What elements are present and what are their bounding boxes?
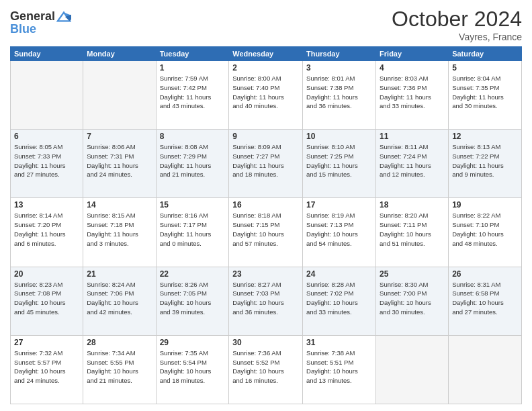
location: Vayres, France	[392, 32, 522, 42]
calendar-day-cell: 17Sunrise: 8:19 AM Sunset: 7:13 PM Dayli…	[303, 198, 376, 267]
calendar-header-tuesday: Tuesday	[156, 47, 229, 61]
calendar-day-cell: 27Sunrise: 7:32 AM Sunset: 5:57 PM Dayli…	[11, 335, 83, 404]
calendar-header-saturday: Saturday	[449, 47, 522, 61]
day-info: Sunrise: 8:09 AM Sunset: 7:27 PM Dayligh…	[232, 142, 299, 179]
day-number: 4	[380, 63, 445, 73]
day-info: Sunrise: 8:31 AM Sunset: 6:58 PM Dayligh…	[452, 280, 518, 317]
calendar-day-cell: 26Sunrise: 8:31 AM Sunset: 6:58 PM Dayli…	[449, 267, 522, 335]
calendar-day-cell: 29Sunrise: 7:35 AM Sunset: 5:54 PM Dayli…	[156, 335, 229, 404]
day-number: 19	[452, 200, 518, 210]
calendar-header-wednesday: Wednesday	[229, 47, 303, 61]
day-number: 14	[87, 200, 152, 210]
day-number: 1	[160, 63, 226, 73]
calendar-day-cell: 5Sunrise: 8:04 AM Sunset: 7:35 PM Daylig…	[449, 61, 522, 130]
calendar-day-cell: 28Sunrise: 7:34 AM Sunset: 5:55 PM Dayli…	[83, 335, 156, 404]
day-number: 7	[87, 132, 152, 141]
day-number: 16	[232, 200, 299, 210]
calendar-day-cell: 15Sunrise: 8:16 AM Sunset: 7:17 PM Dayli…	[156, 198, 229, 267]
calendar-week-row: 6Sunrise: 8:05 AM Sunset: 7:33 PM Daylig…	[11, 130, 522, 198]
calendar-day-cell: 16Sunrise: 8:18 AM Sunset: 7:15 PM Dayli…	[229, 198, 303, 267]
calendar-day-cell: 25Sunrise: 8:30 AM Sunset: 7:00 PM Dayli…	[376, 267, 449, 335]
calendar-day-cell: 23Sunrise: 8:27 AM Sunset: 7:03 PM Dayli…	[229, 267, 303, 335]
calendar-day-cell: 3Sunrise: 8:01 AM Sunset: 7:38 PM Daylig…	[303, 61, 376, 130]
calendar-week-row: 13Sunrise: 8:14 AM Sunset: 7:20 PM Dayli…	[11, 198, 522, 267]
calendar-day-cell: 10Sunrise: 8:10 AM Sunset: 7:25 PM Dayli…	[303, 130, 376, 198]
calendar-day-cell: 24Sunrise: 8:28 AM Sunset: 7:02 PM Dayli…	[303, 267, 376, 335]
calendar-day-cell: 18Sunrise: 8:20 AM Sunset: 7:11 PM Dayli…	[376, 198, 449, 267]
logo-text-blue: Blue	[10, 23, 71, 36]
calendar-header-thursday: Thursday	[303, 47, 376, 61]
day-info: Sunrise: 8:05 AM Sunset: 7:33 PM Dayligh…	[14, 142, 79, 179]
day-info: Sunrise: 8:16 AM Sunset: 7:17 PM Dayligh…	[160, 211, 226, 248]
page: General Blue October 2024 Vayres, France…	[0, 0, 532, 411]
calendar-day-cell: 13Sunrise: 8:14 AM Sunset: 7:20 PM Dayli…	[11, 198, 83, 267]
day-info: Sunrise: 7:35 AM Sunset: 5:54 PM Dayligh…	[160, 349, 226, 385]
day-info: Sunrise: 8:08 AM Sunset: 7:29 PM Dayligh…	[160, 142, 226, 179]
day-info: Sunrise: 8:00 AM Sunset: 7:40 PM Dayligh…	[232, 74, 299, 111]
calendar-week-row: 20Sunrise: 8:23 AM Sunset: 7:08 PM Dayli…	[11, 267, 522, 335]
calendar-day-cell: 22Sunrise: 8:26 AM Sunset: 7:05 PM Dayli…	[156, 267, 229, 335]
day-info: Sunrise: 8:15 AM Sunset: 7:18 PM Dayligh…	[87, 211, 152, 248]
day-info: Sunrise: 8:01 AM Sunset: 7:38 PM Dayligh…	[306, 74, 372, 111]
calendar-day-cell: 9Sunrise: 8:09 AM Sunset: 7:27 PM Daylig…	[229, 130, 303, 198]
day-info: Sunrise: 8:28 AM Sunset: 7:02 PM Dayligh…	[306, 280, 372, 317]
day-number: 26	[452, 269, 518, 279]
day-number: 8	[160, 132, 226, 141]
day-number: 28	[87, 338, 152, 347]
day-number: 6	[14, 132, 79, 141]
calendar-day-cell: 20Sunrise: 8:23 AM Sunset: 7:08 PM Dayli…	[11, 267, 83, 335]
day-info: Sunrise: 8:24 AM Sunset: 7:06 PM Dayligh…	[87, 280, 152, 317]
day-number: 15	[160, 200, 226, 210]
day-info: Sunrise: 8:13 AM Sunset: 7:22 PM Dayligh…	[452, 142, 518, 179]
day-info: Sunrise: 8:10 AM Sunset: 7:25 PM Dayligh…	[306, 142, 372, 179]
header: General Blue October 2024 Vayres, France	[10, 7, 522, 42]
calendar-day-cell	[11, 61, 83, 130]
calendar-day-cell: 21Sunrise: 8:24 AM Sunset: 7:06 PM Dayli…	[83, 267, 156, 335]
calendar-day-cell	[449, 335, 522, 404]
calendar-day-cell: 19Sunrise: 8:22 AM Sunset: 7:10 PM Dayli…	[449, 198, 522, 267]
day-info: Sunrise: 8:30 AM Sunset: 7:00 PM Dayligh…	[380, 280, 445, 317]
day-number: 21	[87, 269, 152, 279]
day-number: 10	[306, 132, 372, 141]
day-number: 18	[380, 200, 445, 210]
calendar-day-cell: 11Sunrise: 8:11 AM Sunset: 7:24 PM Dayli…	[376, 130, 449, 198]
day-info: Sunrise: 8:11 AM Sunset: 7:24 PM Dayligh…	[380, 142, 445, 179]
day-number: 9	[232, 132, 299, 141]
day-number: 5	[452, 63, 518, 73]
day-info: Sunrise: 7:36 AM Sunset: 5:52 PM Dayligh…	[232, 349, 299, 385]
day-info: Sunrise: 7:38 AM Sunset: 5:51 PM Dayligh…	[306, 349, 372, 385]
day-info: Sunrise: 8:23 AM Sunset: 7:08 PM Dayligh…	[14, 280, 79, 317]
calendar-header-friday: Friday	[376, 47, 449, 61]
calendar-header-sunday: Sunday	[11, 47, 83, 61]
calendar-day-cell: 2Sunrise: 8:00 AM Sunset: 7:40 PM Daylig…	[229, 61, 303, 130]
month-title: October 2024	[392, 7, 522, 32]
day-number: 17	[306, 200, 372, 210]
day-info: Sunrise: 8:26 AM Sunset: 7:05 PM Dayligh…	[160, 280, 226, 317]
calendar-day-cell: 30Sunrise: 7:36 AM Sunset: 5:52 PM Dayli…	[229, 335, 303, 404]
day-info: Sunrise: 8:20 AM Sunset: 7:11 PM Dayligh…	[380, 211, 445, 248]
calendar-header-row: SundayMondayTuesdayWednesdayThursdayFrid…	[11, 47, 522, 61]
logo-icon	[56, 9, 71, 24]
day-number: 23	[232, 269, 299, 279]
calendar-day-cell	[376, 335, 449, 404]
day-info: Sunrise: 8:04 AM Sunset: 7:35 PM Dayligh…	[452, 74, 518, 111]
logo: General Blue	[10, 9, 71, 36]
day-info: Sunrise: 8:03 AM Sunset: 7:36 PM Dayligh…	[380, 74, 445, 111]
day-number: 29	[160, 338, 226, 347]
calendar-day-cell: 4Sunrise: 8:03 AM Sunset: 7:36 PM Daylig…	[376, 61, 449, 130]
day-info: Sunrise: 7:59 AM Sunset: 7:42 PM Dayligh…	[160, 74, 226, 111]
day-info: Sunrise: 7:32 AM Sunset: 5:57 PM Dayligh…	[14, 349, 79, 385]
calendar-day-cell: 14Sunrise: 8:15 AM Sunset: 7:18 PM Dayli…	[83, 198, 156, 267]
day-info: Sunrise: 8:22 AM Sunset: 7:10 PM Dayligh…	[452, 211, 518, 248]
day-number: 25	[380, 269, 445, 279]
calendar-day-cell: 7Sunrise: 8:06 AM Sunset: 7:31 PM Daylig…	[83, 130, 156, 198]
calendar-day-cell: 6Sunrise: 8:05 AM Sunset: 7:33 PM Daylig…	[11, 130, 83, 198]
day-info: Sunrise: 8:14 AM Sunset: 7:20 PM Dayligh…	[14, 211, 79, 248]
day-info: Sunrise: 8:19 AM Sunset: 7:13 PM Dayligh…	[306, 211, 372, 248]
day-number: 11	[380, 132, 445, 141]
day-number: 13	[14, 200, 79, 210]
calendar-table: SundayMondayTuesdayWednesdayThursdayFrid…	[10, 46, 522, 404]
title-block: October 2024 Vayres, France	[392, 7, 522, 42]
day-info: Sunrise: 8:27 AM Sunset: 7:03 PM Dayligh…	[232, 280, 299, 317]
day-number: 12	[452, 132, 518, 141]
